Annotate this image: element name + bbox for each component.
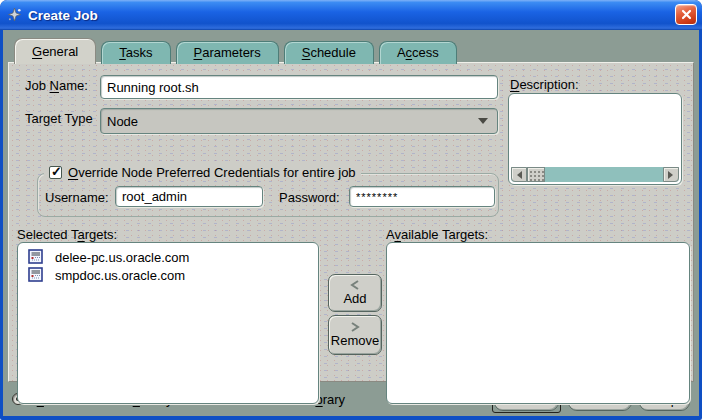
- target-type-value: Node: [107, 114, 138, 129]
- selected-targets-list[interactable]: delee-pc.us.oracle.com: [17, 242, 319, 404]
- chevron-down-icon: [478, 118, 488, 129]
- list-item[interactable]: smpdoc.us.oracle.com: [20, 266, 316, 284]
- description-label: Description:: [510, 77, 579, 92]
- list-item[interactable]: delee-pc.us.oracle.com: [20, 248, 316, 266]
- override-credentials-option[interactable]: Override Node Preferred Credentials for …: [44, 165, 361, 180]
- remove-button[interactable]: Remove: [328, 315, 382, 355]
- scroll-left-button[interactable]: [511, 167, 527, 182]
- window-title: Create Job: [28, 8, 98, 23]
- add-button-label: Add: [343, 291, 366, 306]
- tab-parameters[interactable]: Parameters: [176, 41, 279, 64]
- node-icon: [28, 267, 44, 283]
- job-name-label: Job Name:: [25, 78, 88, 93]
- general-tab-panel: Job Name: Description: Target Type Node: [8, 62, 694, 382]
- dialog-body: General Tasks Parameters Schedule Access…: [3, 30, 699, 416]
- close-icon: [681, 9, 692, 20]
- tab-general[interactable]: General: [14, 38, 96, 64]
- arrow-left-icon: [513, 171, 522, 179]
- node-icon: [28, 249, 44, 265]
- close-button[interactable]: [675, 4, 697, 25]
- scroll-right-button[interactable]: [663, 167, 679, 182]
- target-name: smpdoc.us.oracle.com: [55, 268, 185, 283]
- title-bar[interactable]: Create Job: [0, 0, 702, 30]
- tab-bar: General Tasks Parameters Schedule Access: [14, 38, 457, 64]
- job-name-input[interactable]: [100, 75, 498, 99]
- arrow-right-icon: [668, 171, 677, 179]
- remove-button-label: Remove: [331, 333, 379, 348]
- description-hscrollbar[interactable]: [511, 167, 679, 182]
- target-name: delee-pc.us.oracle.com: [55, 250, 189, 265]
- password-label: Password:: [279, 190, 340, 205]
- password-field[interactable]: [349, 186, 495, 207]
- chevron-right-icon: [349, 322, 361, 332]
- available-targets-label: Available Targets:: [386, 227, 488, 242]
- chevron-left-icon: [349, 280, 361, 290]
- create-job-dialog: Create Job General Tasks Parameters Sche…: [0, 0, 702, 420]
- tab-access[interactable]: Access: [379, 41, 457, 64]
- username-field[interactable]: [115, 186, 263, 207]
- target-type-label: Target Type: [25, 111, 93, 126]
- credentials-group: Override Node Preferred Credentials for …: [37, 173, 499, 217]
- app-icon: [6, 7, 23, 23]
- scrollbar-thumb[interactable]: [527, 167, 545, 182]
- username-label: Username:: [45, 190, 109, 205]
- tab-tasks[interactable]: Tasks: [101, 41, 170, 64]
- available-targets-list[interactable]: [386, 242, 690, 404]
- target-type-dropdown[interactable]: Node: [100, 108, 498, 134]
- description-textarea[interactable]: [508, 93, 682, 185]
- add-button[interactable]: Add: [328, 274, 382, 312]
- tab-schedule[interactable]: Schedule: [284, 41, 374, 64]
- selected-targets-label: Selected Targets:: [17, 227, 117, 242]
- override-credentials-label: Override Node Preferred Credentials for …: [68, 165, 356, 180]
- override-credentials-checkbox[interactable]: [49, 166, 62, 179]
- description-text: [512, 96, 678, 166]
